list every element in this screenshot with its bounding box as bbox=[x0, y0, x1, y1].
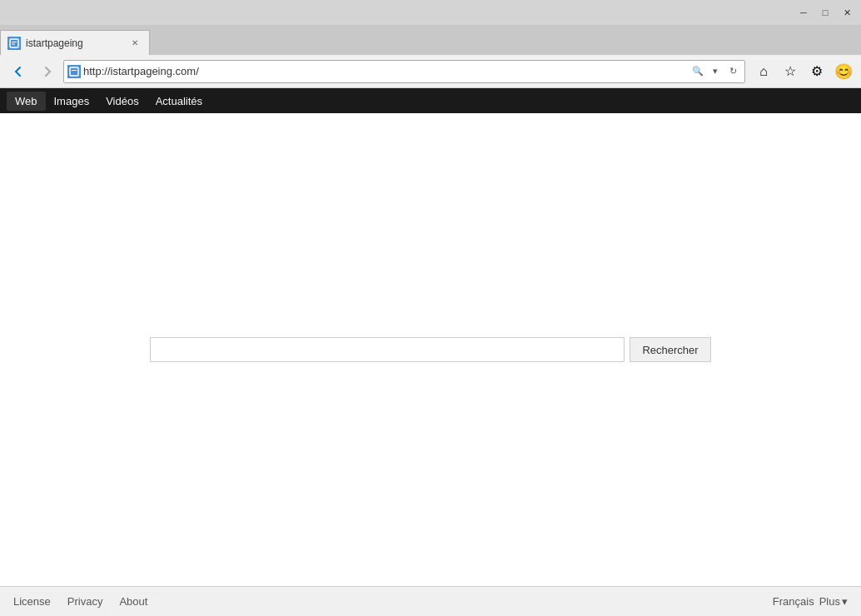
navigation-bar: 🔍 ▾ ↻ ⌂ ☆ ⚙ 😊 bbox=[0, 55, 861, 88]
close-button[interactable]: ✕ bbox=[836, 4, 858, 21]
search-container: Rechercher bbox=[150, 337, 710, 362]
search-button[interactable]: Rechercher bbox=[630, 337, 710, 362]
svg-rect-1 bbox=[12, 42, 17, 42]
forward-button[interactable] bbox=[34, 60, 61, 83]
minimize-button[interactable]: ─ bbox=[793, 4, 814, 21]
favorites-button[interactable]: ☆ bbox=[778, 60, 803, 83]
address-icons: 🔍 ▾ ↻ bbox=[689, 63, 741, 80]
address-bar: 🔍 ▾ ↻ bbox=[63, 60, 745, 83]
settings-button[interactable]: ⚙ bbox=[804, 60, 829, 83]
search-input[interactable] bbox=[150, 337, 625, 362]
home-button[interactable]: ⌂ bbox=[751, 60, 776, 83]
footer-links: License Privacy About bbox=[13, 595, 147, 608]
main-content: Rechercher bbox=[0, 113, 861, 586]
tab-close-button[interactable]: ✕ bbox=[127, 36, 142, 51]
title-bar: ─ □ ✕ bbox=[0, 0, 861, 25]
footer: License Privacy About Français Plus ▾ bbox=[0, 586, 861, 616]
menu-bar: Web Images Vidéos Actualités bbox=[0, 88, 861, 113]
svg-rect-0 bbox=[10, 39, 18, 47]
footer-right: Français Plus ▾ bbox=[773, 595, 848, 608]
search-icon-btn[interactable]: 🔍 bbox=[689, 63, 706, 80]
tab-bar: istartpageing ✕ bbox=[0, 25, 861, 55]
svg-rect-3 bbox=[70, 67, 78, 76]
address-dropdown-btn[interactable]: ▾ bbox=[707, 63, 724, 80]
maximize-button[interactable]: □ bbox=[814, 4, 836, 21]
back-button[interactable] bbox=[5, 60, 32, 83]
tab-favicon bbox=[7, 37, 21, 50]
tab-title: istartpageing bbox=[26, 37, 122, 49]
menu-item-videos[interactable]: Vidéos bbox=[97, 92, 147, 111]
svg-rect-4 bbox=[72, 70, 77, 71]
menu-item-web[interactable]: Web bbox=[7, 92, 46, 111]
footer-language[interactable]: Français bbox=[773, 595, 814, 608]
nav-right-icons: ⌂ ☆ ⚙ 😊 bbox=[751, 60, 856, 83]
footer-plus[interactable]: Plus ▾ bbox=[819, 595, 848, 608]
refresh-button[interactable]: ↻ bbox=[724, 63, 741, 80]
menu-item-images[interactable]: Images bbox=[46, 92, 98, 111]
svg-rect-2 bbox=[12, 43, 15, 44]
emoji-button[interactable]: 😊 bbox=[831, 60, 856, 83]
footer-about-link[interactable]: About bbox=[119, 595, 147, 608]
address-input[interactable] bbox=[83, 65, 687, 77]
footer-license-link[interactable]: License bbox=[13, 595, 51, 608]
address-favicon bbox=[67, 65, 81, 78]
footer-privacy-link[interactable]: Privacy bbox=[67, 595, 103, 608]
tab-istartpageing[interactable]: istartpageing ✕ bbox=[0, 30, 150, 55]
menu-item-actualites[interactable]: Actualités bbox=[147, 92, 211, 111]
